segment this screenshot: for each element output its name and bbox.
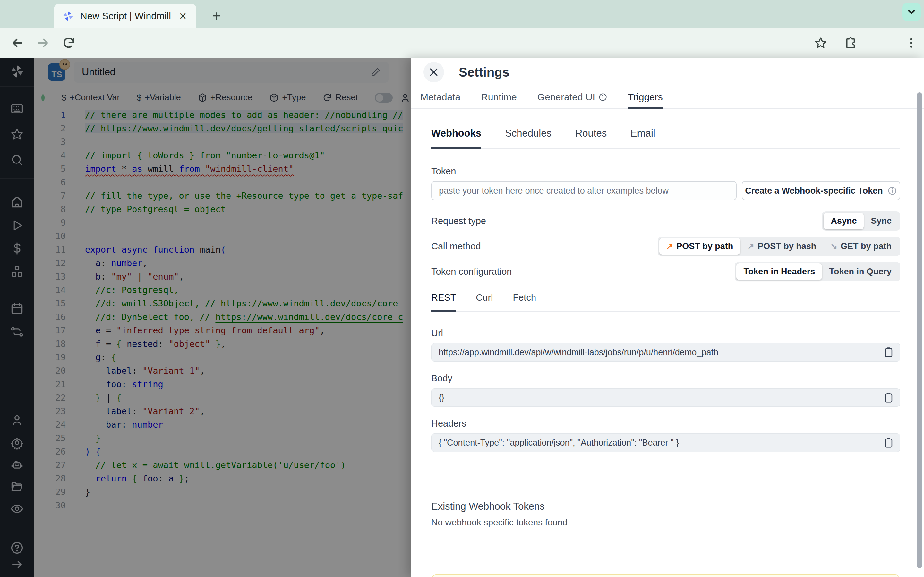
folders-icon[interactable] <box>10 480 24 494</box>
code-line[interactable]: 22 } | { <box>34 391 411 405</box>
edit-pencil-icon[interactable] <box>371 67 381 77</box>
tab-metadata[interactable]: Metadata <box>420 87 460 109</box>
variables-dollar-icon[interactable] <box>10 241 24 256</box>
line-number: 3 <box>34 135 66 149</box>
code-line[interactable]: 6 <box>34 176 411 189</box>
window-chevron-button[interactable] <box>902 3 921 21</box>
code-line[interactable]: 21 foo: string <box>34 378 411 391</box>
panel-scrollbar[interactable] <box>917 92 922 568</box>
add-type-button[interactable]: +Type <box>269 93 306 103</box>
code-line[interactable]: 20 label: "Variant 1", <box>34 364 411 378</box>
code-line[interactable]: 24 bar: number <box>34 418 411 432</box>
user-icon[interactable] <box>10 413 24 428</box>
workers-robot-icon[interactable] <box>10 458 24 472</box>
headers-value-field[interactable]: { "Content-Type": "application/json", "A… <box>431 434 900 452</box>
favorites-star-icon[interactable] <box>10 127 24 142</box>
browser-tab[interactable]: New Script | Windmill ✕ <box>54 4 196 28</box>
tab-routes[interactable]: Routes <box>575 127 607 149</box>
code-line[interactable]: 29} <box>34 485 411 499</box>
tab-curl[interactable]: Curl <box>476 292 493 312</box>
triggers-routes-icon[interactable] <box>10 324 24 339</box>
add-resource-button[interactable]: +Resource <box>198 93 252 103</box>
token-in-headers-option[interactable]: Token in Headers <box>736 263 822 280</box>
tab-runtime[interactable]: Runtime <box>481 87 517 109</box>
code-line[interactable]: 30 <box>34 499 411 512</box>
code-line[interactable]: 1// there are multiple modes to add as h… <box>34 108 411 122</box>
code-line[interactable]: 9 <box>34 216 411 229</box>
code-line[interactable]: 5import * as wmill from "windmill-client… <box>34 162 411 176</box>
add-variable-button[interactable]: $ +Variable <box>136 93 181 103</box>
copy-icon[interactable] <box>883 437 894 449</box>
code-line[interactable]: 7// fill the type, or use the +Resource … <box>34 189 411 203</box>
package-icon <box>198 93 207 103</box>
audit-eye-icon[interactable] <box>10 501 24 516</box>
post-by-hash-option[interactable]: ↗ POST by hash <box>740 238 823 255</box>
apps-grid-icon[interactable] <box>10 101 24 116</box>
windmill-logo-icon[interactable] <box>10 64 24 79</box>
line-number: 21 <box>34 378 66 391</box>
code-line[interactable]: 8// type Postgresql = object <box>34 203 411 216</box>
forward-button[interactable] <box>33 33 53 53</box>
copy-icon[interactable] <box>883 346 894 358</box>
tab-fetch[interactable]: Fetch <box>513 292 536 312</box>
code-line[interactable]: 10 <box>34 229 411 243</box>
post-by-path-option[interactable]: ↗ POST by path <box>659 238 740 255</box>
code-line[interactable]: 15 //d: wmill.S3Object, // https://www.w… <box>34 297 411 310</box>
schedules-calendar-icon[interactable] <box>10 301 24 316</box>
bookmark-star-icon[interactable] <box>811 33 830 53</box>
get-by-path-option[interactable]: ↘ GET by path <box>823 238 899 255</box>
tab-generated-ui[interactable]: Generated UI <box>537 87 607 109</box>
code-line[interactable]: 28 return { foo: a }; <box>34 472 411 485</box>
tab-schedules[interactable]: Schedules <box>505 127 551 149</box>
tab-rest[interactable]: REST <box>431 292 456 312</box>
code-line[interactable]: 3 <box>34 135 411 149</box>
async-option[interactable]: Async <box>824 213 864 229</box>
reset-button[interactable]: Reset <box>322 93 358 103</box>
expand-sidebar-icon[interactable] <box>10 557 24 572</box>
code-line[interactable]: 16 //d: DynSelect_foo, // https://www.wi… <box>34 310 411 324</box>
tab-email[interactable]: Email <box>630 127 656 149</box>
code-line[interactable]: 12 a: number, <box>34 256 411 270</box>
code-line[interactable]: 25 } <box>34 432 411 445</box>
script-title[interactable]: Untitled <box>82 66 371 78</box>
create-webhook-token-button[interactable]: Create a Webhook-specific Token <box>742 181 900 200</box>
script-title-field[interactable]: Untitled <box>74 61 389 83</box>
tab-webhooks[interactable]: Webhooks <box>431 127 481 149</box>
code-line[interactable]: 19 g: { <box>34 351 411 364</box>
close-settings-button[interactable] <box>423 62 444 82</box>
code-line[interactable]: 4// import { toWords } from "number-to-w… <box>34 149 411 162</box>
code-line[interactable]: 2// https://www.windmill.dev/docs/gettin… <box>34 122 411 135</box>
back-button[interactable] <box>8 33 27 53</box>
add-context-var-button[interactable]: $ +Context Var <box>61 93 120 103</box>
token-in-query-option[interactable]: Token in Query <box>822 263 899 280</box>
settings-gear-icon[interactable] <box>10 435 24 450</box>
line-number: 16 <box>34 310 66 324</box>
code-line[interactable]: 18 f = { nested: "object" }, <box>34 337 411 351</box>
search-icon[interactable] <box>10 153 24 167</box>
token-input[interactable]: paste your token here once created to al… <box>431 181 737 200</box>
browser-menu-icon[interactable] <box>901 33 921 53</box>
reload-button[interactable] <box>59 33 78 53</box>
resources-boxes-icon[interactable] <box>10 264 24 279</box>
new-tab-button[interactable]: + <box>208 7 225 24</box>
body-value-field[interactable]: {} <box>431 388 900 407</box>
help-icon[interactable] <box>10 540 24 555</box>
browser-tab-strip: New Script | Windmill ✕ + <box>0 0 924 28</box>
assistant-toggle[interactable] <box>375 93 393 103</box>
code-line[interactable]: 26) { <box>34 445 411 458</box>
code-line[interactable]: 23 label: "Variant 2", <box>34 405 411 418</box>
code-line[interactable]: 11export async function main( <box>34 243 411 256</box>
code-line[interactable]: 13 b: "my" | "enum", <box>34 270 411 284</box>
sync-option[interactable]: Sync <box>864 213 899 229</box>
code-line[interactable]: 17 e = "inferred type string from defaul… <box>34 324 411 337</box>
url-value-field[interactable]: https://app.windmill.dev/api/w/windmill-… <box>431 343 900 362</box>
tab-triggers[interactable]: Triggers <box>628 87 663 109</box>
code-area[interactable]: 1// there are multiple modes to add as h… <box>34 108 411 577</box>
runs-play-icon[interactable] <box>10 218 24 233</box>
home-icon[interactable] <box>10 195 24 210</box>
code-line[interactable]: 14 //c: Postgresql, <box>34 284 411 297</box>
code-line[interactable]: 27 // let x = await wmill.getVariable('u… <box>34 458 411 472</box>
copy-icon[interactable] <box>883 392 894 404</box>
tab-close-icon[interactable]: ✕ <box>176 9 190 23</box>
extensions-icon[interactable] <box>841 33 861 53</box>
